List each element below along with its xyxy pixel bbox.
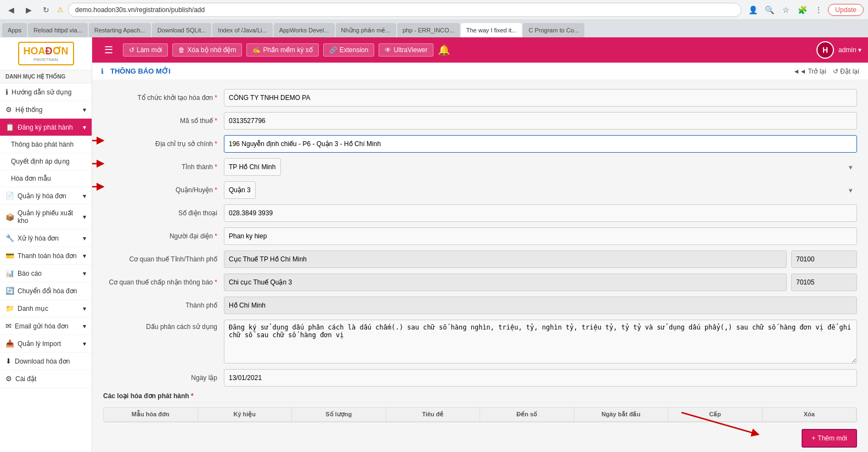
field-so-dien-thoai: Số điện thoại (103, 204, 857, 222)
col-den-so: Đến số (480, 408, 574, 421)
bookmark-icon[interactable]: ☆ (779, 3, 793, 17)
sidebar-item-label: Download hóa đơn (15, 358, 70, 365)
add-button-container: + Thêm mới (103, 429, 857, 448)
tab-apps[interactable]: Apps (2, 23, 27, 37)
input-ma-so-thue[interactable] (224, 112, 857, 130)
tab-php[interactable]: php - ERR_INCO... (397, 23, 460, 37)
label-thanh-pho: Thành phố (103, 302, 224, 309)
input-nguoi-dai-dien[interactable] (224, 227, 857, 245)
profile-icon[interactable]: 👤 (746, 3, 760, 17)
col-ky-hieu: Ký hiệu (198, 408, 292, 421)
clear-cache-button[interactable]: 🗑 Xóa bộ nhớ đệm (172, 43, 242, 57)
sidebar-item-xulyhoadon[interactable]: 🔧 Xử lý hóa đơn (0, 230, 92, 247)
label-quan-huyen: Quận/Huyện (103, 186, 224, 194)
download-icon: ⬇ (5, 357, 12, 365)
input-dia-chi[interactable] (224, 135, 857, 153)
input-so-dien-thoai[interactable] (224, 204, 857, 222)
sidebar-item-label: Quản lý Import (18, 340, 61, 348)
sidebar: HOAĐƠN PAVIETNAM DANH MỤC HỆ THỐNG ℹ Hướ… (0, 37, 92, 452)
folder-icon: 📁 (5, 304, 14, 313)
admin-menu[interactable]: admin ▾ (838, 46, 861, 54)
label-so-dien-thoai: Số điện thoại (103, 209, 224, 217)
sidebar-item-label: Báo cáo (18, 270, 42, 277)
sidebar-item-phieuxuat[interactable]: 📦 Quản lý phiếu xuất kho (0, 205, 92, 230)
sidebar-item-label: Đăng ký phát hành (18, 124, 73, 131)
import-icon: 📥 (5, 339, 14, 348)
field-thanh-pho: Thành phố (103, 297, 857, 314)
reload-button[interactable]: ↻ (40, 3, 53, 16)
tab-phanmem[interactable]: Những phần mề... (336, 23, 396, 37)
add-new-button[interactable]: + Thêm mới (802, 429, 857, 448)
ultraviewer-button[interactable]: 👁 UltraViewer (379, 43, 433, 57)
back-button[interactable]: ◀ (4, 3, 18, 16)
field-ngay-lap: Ngày lập (103, 369, 857, 387)
input-ngay-lap[interactable] (224, 369, 857, 387)
convert-icon: 🔄 (5, 287, 14, 295)
menu-toggle-button[interactable]: ☰ (99, 42, 119, 58)
url-bar[interactable] (68, 3, 741, 17)
input-to-chuc[interactable] (224, 89, 857, 107)
col-ngay-bat-dau: Ngày bắt đầu (574, 408, 669, 421)
sidebar-item-quanlyhoadon[interactable]: 📄 Quản lý hóa đơn (0, 187, 92, 205)
co-quan-tinh-group (224, 250, 857, 268)
sidebar-item-import[interactable]: 📥 Quản lý Import (0, 335, 92, 353)
form-area: Tổ chức khởi tạo hóa đơn Mã số thuế (92, 80, 868, 452)
plus-icon: + (811, 434, 815, 442)
select-tinh-thanh[interactable]: TP Hồ Chí Minh (224, 158, 281, 176)
back-button[interactable]: ◄◄ Trở lại (793, 68, 826, 75)
sidebar-item-hoadonmau[interactable]: Hóa đơn mẫu (0, 170, 92, 187)
reset-button[interactable]: ↺ Đặt lại (833, 68, 859, 75)
extension-button[interactable]: 🔗 Extension (323, 43, 375, 57)
sidebar-item-label: Quyết định áp dụng (11, 158, 70, 165)
input-co-quan-chap-nhan-name[interactable] (224, 274, 787, 291)
menu-icon[interactable]: ⋮ (811, 3, 826, 17)
input-co-quan-chap-nhan-code[interactable] (791, 274, 857, 291)
sign-icon: ✍ (252, 46, 261, 54)
sidebar-item-hethong[interactable]: ⚙ Hệ thống (0, 101, 92, 119)
label-tinh-thanh: Tỉnh thành (103, 163, 224, 171)
avatar: H (816, 41, 834, 59)
textarea-dau-phan-cach[interactable]: Đăng ký sử dụng dấu phân cách là dấu chấ… (224, 320, 857, 364)
sidebar-item-chuyendoi[interactable]: 🔄 Chuyển đổi hóa đơn (0, 282, 92, 300)
tab-theway[interactable]: The way I fixed it... (461, 23, 522, 37)
sidebar-item-download[interactable]: ⬇ Download hóa đơn (0, 353, 92, 370)
refresh-button[interactable]: ↺ Làm mới (123, 43, 168, 57)
select-quan-huyen[interactable]: Quận 3 (224, 181, 256, 199)
logo-sub: PAVIETNAM (24, 57, 69, 62)
input-co-quan-tinh-name[interactable] (224, 250, 787, 268)
forward-button[interactable]: ▶ (22, 3, 35, 16)
sidebar-item-thongbao[interactable]: Thông báo phát hành (0, 136, 92, 153)
col-cap: Cấp (668, 408, 763, 421)
label-co-quan-chap-nhan: Cơ quan thuế chấp nhận thông báo (103, 278, 224, 286)
sidebar-item-dangky[interactable]: 📋 Đăng ký phát hành (0, 119, 92, 136)
sidebar-item-baocao[interactable]: 📊 Báo cáo (0, 265, 92, 282)
sidebar-item-thanhtoan[interactable]: 💳 Thanh toán hóa đơn (0, 247, 92, 265)
search-icon[interactable]: 🔍 (762, 3, 776, 17)
sidebar-item-label: Email gửi hóa đơn (15, 322, 69, 330)
extensions-icon[interactable]: 🧩 (795, 3, 809, 17)
sidebar-item-email[interactable]: ✉ Email gửi hóa đơn (0, 317, 92, 335)
sidebar-item-quyetdinh[interactable]: Quyết định áp dụng (0, 153, 92, 170)
tab-restart[interactable]: Restarting Apach... (89, 23, 151, 37)
sidebar-item-label: Hệ thống (15, 106, 42, 114)
input-thanh-pho[interactable] (224, 297, 857, 314)
sign-software-button[interactable]: ✍ Phần mềm ký số (246, 43, 318, 57)
sidebar-item-danhmuc[interactable]: 📁 Danh mục (0, 300, 92, 317)
input-co-quan-tinh-code[interactable] (791, 250, 857, 268)
update-button[interactable]: Update (828, 4, 864, 16)
gear-icon: ⚙ (5, 105, 12, 114)
field-tinh-thanh: Tỉnh thành TP Hồ Chí Minh (103, 158, 857, 176)
tab-reload[interactable]: Reload httpd via... (28, 23, 88, 37)
label-ma-so-thue: Mã số thuế (103, 117, 224, 125)
notification-bell-button[interactable]: 🔔 (438, 44, 450, 56)
co-quan-chap-nhan-group (224, 274, 857, 291)
sidebar-item-huongdan[interactable]: ℹ Hướng dẫn sử dụng (0, 83, 92, 101)
sidebar-item-caidat[interactable]: ⚙ Cài đặt (0, 370, 92, 388)
chart-icon: 📊 (5, 269, 14, 277)
tab-sqlite[interactable]: Download SQLit... (152, 23, 212, 37)
sidebar-item-label: Quản lý phiếu xuất kho (18, 209, 80, 225)
info-icon: ℹ (5, 88, 8, 96)
tab-appworks[interactable]: AppWorks Devel... (274, 23, 335, 37)
tab-java[interactable]: Index of /Java/Li... (212, 23, 272, 37)
tab-cprogram[interactable]: C Program to Co... (523, 23, 584, 37)
